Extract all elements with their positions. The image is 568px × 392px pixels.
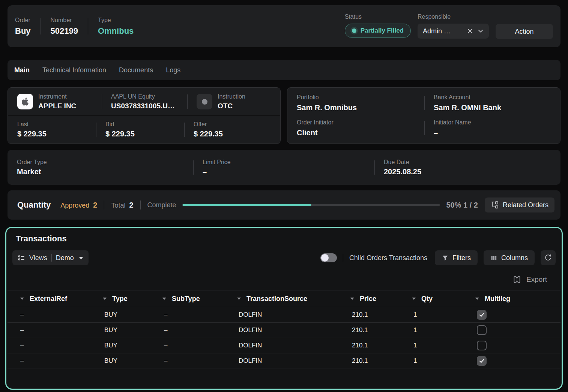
portfolio-card: Portfolio Sam R. Omnibus Bank Account Sa…	[287, 87, 560, 144]
last-segment: Last $ 229.35	[8, 116, 96, 144]
total-value: 2	[129, 201, 133, 209]
column-header-transactionsource: TransactionSource	[227, 295, 341, 303]
table-row[interactable]: – BUY – DOLFIN 210.1 1	[8, 322, 560, 338]
divider	[51, 254, 52, 262]
cell-price: 210.1	[341, 311, 402, 319]
status-group: Status Partially Filled	[345, 13, 411, 39]
cell-transactionsource: DOLFIN	[227, 311, 341, 319]
offer-label: Offer	[194, 121, 223, 128]
instrument-top-row: Instrument APPLE INC AAPL UN Equity US03…	[8, 88, 280, 116]
quantity-title: Quantity	[17, 200, 51, 210]
due-date-label: Due Date	[384, 159, 421, 166]
instrument-segment: Instrument APPLE INC	[8, 88, 102, 115]
instrument-card: Instrument APPLE INC AAPL UN Equity US03…	[8, 87, 281, 144]
order-initiator-value: Client	[297, 129, 424, 137]
sort-caret-icon[interactable]	[237, 298, 241, 300]
clear-icon[interactable]	[467, 28, 473, 34]
order-label: Order	[15, 17, 31, 24]
export-action[interactable]: Export	[8, 269, 560, 290]
cell-subtype: –	[153, 357, 227, 365]
cell-multileg	[466, 356, 560, 366]
order-type-card: Order Type Market Limit Price – Due Date…	[8, 150, 560, 185]
header-actions: Status Partially Filled Responsible Admi…	[345, 13, 553, 39]
child-orders-toggle[interactable]	[320, 253, 337, 262]
instrument-name: APPLE INC	[38, 102, 76, 110]
refresh-button[interactable]	[541, 250, 556, 265]
responsible-group: Responsible Admin …	[418, 13, 489, 39]
responsible-select[interactable]: Admin …	[418, 24, 489, 39]
instruction-icon	[197, 94, 212, 109]
table-row[interactable]: – BUY – DOLFIN 210.1 1	[8, 307, 560, 322]
total-label: Total	[111, 202, 125, 209]
responsible-value: Admin …	[423, 27, 463, 35]
total-stat: Total 2	[111, 201, 133, 209]
cell-transactionsource: DOLFIN	[227, 357, 341, 365]
cell-type: BUY	[93, 357, 153, 365]
bid-label: Bid	[105, 121, 135, 128]
cell-type: BUY	[93, 342, 153, 349]
progress-text: 50% 1 / 2	[446, 201, 478, 209]
multileg-checkbox[interactable]	[477, 325, 487, 335]
approved-value: 2	[93, 201, 97, 209]
progress-fill	[182, 204, 311, 206]
cell-subtype: –	[153, 326, 227, 334]
table-row[interactable]: – BUY – DOLFIN 210.1 1	[8, 338, 560, 353]
transactions-title: Transactions	[8, 228, 560, 248]
views-list-icon	[18, 254, 25, 262]
related-orders-label: Related Orders	[503, 201, 548, 209]
number-field: Number 502199	[51, 17, 78, 36]
action-button[interactable]: Action	[496, 24, 553, 39]
complete-stat: Complete	[147, 201, 176, 209]
sort-caret-icon[interactable]	[475, 298, 479, 300]
instruction-field: Instruction OTC	[218, 93, 245, 110]
toolbar-right: Child Orders Transactions Filters Column…	[320, 250, 556, 265]
portfolio-value: Sam R. Omnibus	[297, 103, 424, 112]
cell-price: 210.1	[341, 342, 402, 349]
divider	[140, 200, 141, 209]
multileg-checkbox[interactable]	[477, 356, 487, 366]
cell-multileg	[466, 341, 560, 350]
cell-subtype: –	[153, 311, 227, 319]
multileg-checkbox[interactable]	[477, 310, 487, 320]
initiator-name-value: –	[434, 129, 560, 137]
approved-stat: Approved 2	[60, 201, 97, 209]
order-field: Order Buy	[15, 17, 31, 36]
tab-documents[interactable]: Documents	[119, 66, 153, 74]
tab-main[interactable]: Main	[14, 66, 30, 74]
divider	[104, 200, 104, 209]
quantity-card: Quantity Approved 2 Total 2 Complete 50%…	[8, 190, 560, 220]
offer-value: $ 229.35	[194, 130, 223, 138]
cell-transactionsource: DOLFIN	[227, 326, 341, 334]
limit-price-segment: Limit Price –	[193, 150, 374, 185]
instruction-segment: Instruction OTC	[187, 88, 280, 115]
offer-segment: Offer $ 229.35	[184, 116, 280, 144]
instrument-label: Instrument	[38, 93, 76, 100]
content-row: Instrument APPLE INC AAPL UN Equity US03…	[8, 87, 560, 144]
progress-bar	[182, 204, 440, 206]
chevron-down-icon[interactable]	[478, 28, 484, 34]
status-label: Status	[345, 13, 411, 20]
sort-caret-icon[interactable]	[412, 298, 416, 300]
tab-technical-information[interactable]: Technical Information	[42, 66, 106, 74]
type-value: Omnibus	[98, 26, 134, 36]
related-orders-button[interactable]: Related Orders	[485, 197, 554, 212]
tab-logs[interactable]: Logs	[166, 66, 180, 74]
sort-caret-icon[interactable]	[103, 298, 107, 300]
multileg-checkbox[interactable]	[477, 341, 487, 350]
type-field: Type Omnibus	[98, 17, 134, 36]
sort-caret-icon[interactable]	[20, 298, 24, 300]
initiator-name-field: Initiator Name –	[424, 116, 560, 141]
sort-caret-icon[interactable]	[162, 298, 166, 300]
transactions-panel: Transactions Views Demo Child Orders Tra…	[5, 227, 563, 390]
view-selected: Demo	[56, 254, 74, 262]
column-header-multileg: Multileg	[466, 295, 560, 303]
views-label: Views	[29, 254, 47, 262]
views-selector[interactable]: Views Demo	[12, 250, 89, 265]
bid-segment: Bid $ 229.35	[96, 116, 184, 144]
divider	[88, 18, 88, 34]
filters-button[interactable]: Filters	[435, 250, 478, 265]
equity-segment: AAPL UN Equity US0378331005.U…	[102, 88, 187, 115]
sort-caret-icon[interactable]	[350, 298, 354, 300]
columns-button[interactable]: Columns	[484, 250, 535, 265]
table-row[interactable]: – BUY – DOLFIN 210.1 1	[8, 353, 560, 368]
